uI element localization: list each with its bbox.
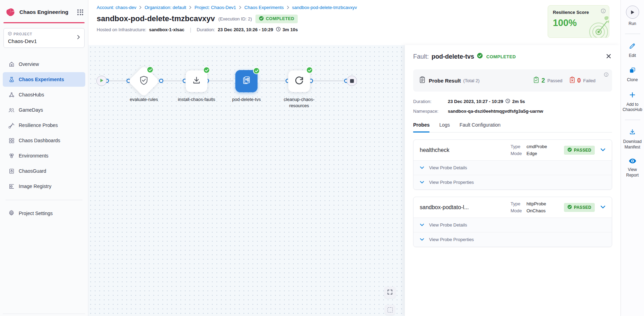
clipboard-x-icon (569, 77, 575, 85)
brand-underline (3, 22, 85, 23)
probe-status-label: PASSED (574, 205, 591, 210)
chevron-down-icon (420, 222, 424, 228)
fault-namespace-row: Namespace: sandbox-qa-dszi0eehtmqgvdfsfg… (413, 109, 612, 114)
sidebar-item-chaoshubs[interactable]: ChaosHubs (3, 87, 85, 102)
sidebar-item-label: Resilience Probes (19, 122, 58, 128)
tab-probes[interactable]: Probes (413, 122, 429, 133)
pipeline-node-install-chaos-faults[interactable] (185, 70, 208, 92)
sidebar-item-label: ChaosHubs (19, 92, 44, 97)
sidebar-item-resilience-probes[interactable]: Resilience Probes (3, 118, 85, 133)
sidebar-item-environments[interactable]: Environments (3, 148, 85, 163)
hub-network-icon (8, 92, 15, 98)
people-icon (8, 107, 15, 113)
pencil-icon (629, 42, 636, 51)
clone-button[interactable]: Clone (621, 67, 644, 83)
probe-name: sandbox-podtato-l... (420, 204, 511, 211)
tab-fault-configuration[interactable]: Fault Configuration (460, 122, 501, 133)
breadcrumb-project[interactable]: Project: Chaos-Dev1 (194, 5, 236, 10)
run-label: Run (621, 21, 644, 27)
home-icon (8, 61, 15, 67)
play-circle-icon (626, 6, 639, 19)
probe-mode-value: OnChaos (526, 208, 546, 213)
probe-mode-value: Edge (526, 151, 547, 156)
environments-icon (8, 153, 15, 159)
chevron-down-icon (600, 147, 606, 153)
view-probe-details-link[interactable]: View Probe Details (414, 218, 612, 232)
fault-duration-value: 23 Dec 2023, 10:27 - 10:29 (448, 99, 503, 104)
run-button[interactable]: Run (621, 6, 644, 27)
sidebar-item-image-registry[interactable]: Image Registry (3, 179, 85, 194)
edit-button[interactable]: Edit (621, 42, 644, 59)
check-circle-icon (259, 16, 264, 22)
success-check-icon (306, 67, 313, 74)
download-manifest-button[interactable]: Download Manifest (621, 128, 644, 150)
probe-mode-label: Mode (511, 208, 526, 213)
clipboard-check-icon (533, 77, 539, 85)
resilience-score-card: Resilience Score 100% (548, 5, 609, 38)
sidebar-item-overview[interactable]: Overview (3, 57, 85, 71)
duration-label: Duration: (197, 27, 215, 32)
breadcrumb-account[interactable]: Account: chaos-dev (97, 5, 136, 10)
fault-detail-panel: Fault: pod-delete-tvs COMPLETED Probe Re… (404, 45, 620, 316)
failed-stat: 0 Failed (569, 77, 595, 85)
passed-stat: 2 Passed (533, 77, 562, 85)
action-rail: Run Edit Clone Add to ChaosHub (620, 0, 644, 316)
sidebar-item-label: Environments (19, 153, 49, 159)
passed-label: Passed (547, 78, 562, 83)
add-to-chaoshub-button[interactable]: Add to ChaosHub (621, 91, 644, 113)
duration-elapsed: 3m 10s (282, 27, 298, 32)
project-settings-label: Project Settings (19, 211, 53, 216)
canvas-select-tool-button[interactable] (385, 305, 395, 315)
sidebar-item-chaos-dashboards[interactable]: Chaos Dashboards (3, 133, 85, 148)
probe-expand-button[interactable] (600, 205, 606, 210)
sidebar-item-chaosguard[interactable]: ChaosGuard (3, 164, 85, 178)
node-label: install-chaos-faults (177, 96, 216, 103)
close-panel-button[interactable] (604, 52, 613, 61)
cube-icon (8, 32, 12, 36)
tab-logs[interactable]: Logs (439, 122, 450, 133)
breadcrumb-current[interactable]: sandbox-pod-delete-tmzbcavxyv (292, 5, 357, 10)
breadcrumb-organization[interactable]: Organization: default (145, 5, 186, 10)
pod-fault-icon (241, 75, 252, 87)
sidebar-item-chaos-experiments[interactable]: Chaos Experiments (3, 72, 85, 87)
breadcrumb-chaos-experiments[interactable]: Chaos Experiments (244, 5, 284, 10)
rail-divider (625, 120, 640, 120)
view-probe-properties-link[interactable]: View Probe Properties (414, 232, 612, 247)
chevron-down-icon (420, 165, 424, 170)
page-header: Account: chaos-dev Organization: default… (88, 0, 620, 45)
view-probe-details-link[interactable]: View Probe Details (414, 161, 612, 175)
chevron-right-icon (189, 6, 192, 9)
infra-value: sandbox-1-xlsac (149, 27, 184, 32)
probe-status-badge: PASSED (564, 203, 595, 212)
workspace: evaluate-rules install-chaos-faults (88, 45, 620, 316)
probe-result-title: Probe Result (429, 78, 461, 84)
sidebar-item-label: ChaosGuard (19, 168, 46, 174)
pipeline-canvas[interactable]: evaluate-rules install-chaos-faults (88, 45, 404, 316)
view-report-button[interactable]: View Report (621, 158, 644, 178)
info-icon[interactable] (604, 72, 609, 78)
sidebar-header: Chaos Engineering (0, 7, 88, 17)
project-selector[interactable]: PROJECT Chaos-Dev1 (3, 28, 85, 48)
sidebar-item-label: Overview (19, 61, 39, 67)
passed-count: 2 (541, 77, 545, 84)
sidebar-item-project-settings[interactable]: Project Settings (0, 206, 88, 220)
execution-id: (Execution ID: 2) (218, 16, 252, 22)
chevron-down-icon (600, 205, 606, 210)
probe-tube-icon (8, 122, 15, 128)
download-icon (629, 128, 636, 137)
probe-card-healthcheck: healthcheck Type cmdProbe Mode Edge PASS… (413, 139, 612, 190)
pipeline-node-cleanup-chaos-resources[interactable] (288, 70, 310, 92)
sidebar-divider (6, 200, 82, 200)
app-switcher-icon[interactable] (77, 9, 83, 15)
canvas-fullscreen-button[interactable] (384, 287, 396, 298)
probe-expand-button[interactable] (600, 147, 606, 153)
sidebar-item-gamedays[interactable]: GameDays (3, 103, 85, 117)
probe-type-value: cmdProbe (526, 144, 547, 149)
clock-icon (505, 99, 510, 104)
pipeline-start-node[interactable] (96, 76, 107, 86)
divider: | (190, 27, 191, 33)
probe-mode-label: Mode (511, 151, 526, 156)
pipeline-end-node[interactable] (347, 76, 357, 86)
view-probe-properties-link[interactable]: View Probe Properties (414, 175, 612, 189)
check-circle-icon (477, 53, 483, 60)
